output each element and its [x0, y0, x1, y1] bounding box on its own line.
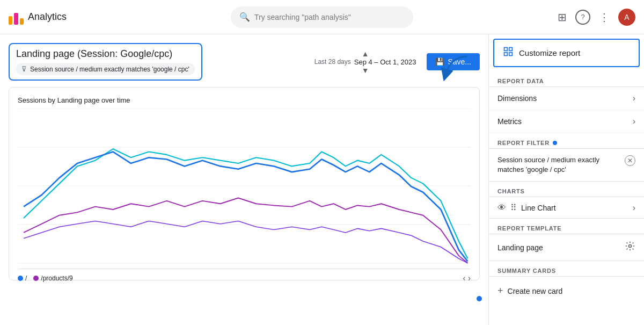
charts-label: CHARTS: [489, 182, 644, 197]
svg-rect-16: [504, 48, 508, 51]
legend-prev-icon[interactable]: ‹: [463, 273, 465, 283]
logo-bar-3: [20, 18, 24, 25]
top-nav: Analytics 🔍 ⊞ ? ⋮ A: [0, 0, 644, 34]
main-layout: Landing page (Session: Google/cpc) ⊽ Ses…: [0, 34, 644, 325]
filter-value-row: Session source / medium exactly matches …: [489, 149, 644, 182]
legend-label-1: /: [25, 275, 27, 282]
chart-title: Sessions by Landing page over time: [18, 96, 471, 104]
filter-chip[interactable]: ⊽ Session source / medium exactly matche…: [16, 63, 195, 75]
logo-bar-1: [9, 16, 12, 25]
charts-section: CHARTS 👁 ⠿ Line Chart ›: [489, 182, 644, 219]
dimensions-text: Dimensions: [497, 94, 633, 103]
metrics-row[interactable]: Metrics ›: [489, 110, 644, 133]
customize-report-header[interactable]: Customize report: [493, 39, 640, 67]
analytics-logo-icon: [9, 10, 24, 25]
report-filter-label: REPORT FILTER: [497, 140, 550, 146]
create-card-row[interactable]: + Create new card: [489, 277, 644, 305]
filter-chip-text: Session source / medium exactly matches …: [30, 66, 189, 73]
blue-dot-indicator: [477, 296, 482, 301]
save-icon: 💾: [435, 57, 444, 66]
template-name: Landing page: [497, 243, 543, 252]
right-panel: Customize report REPORT DATA Dimensions …: [488, 34, 644, 325]
app-title: Analytics: [28, 11, 67, 23]
drag-icon[interactable]: ⠿: [510, 203, 517, 213]
report-template-label: REPORT TEMPLATE: [489, 219, 644, 234]
metrics-text: Metrics: [497, 117, 633, 126]
dimensions-row[interactable]: Dimensions ›: [489, 87, 644, 110]
legend-dot-1: [18, 276, 23, 281]
search-icon: 🔍: [239, 12, 250, 22]
template-icon: [625, 241, 635, 254]
filter-remove-button[interactable]: ✕: [625, 155, 635, 166]
more-icon[interactable]: ⋮: [599, 11, 610, 24]
report-title-box: Landing page (Session: Google/cpc) ⊽ Ses…: [9, 43, 202, 81]
svg-rect-19: [509, 53, 513, 56]
summary-cards-label: SUMMARY CARDS: [489, 261, 644, 276]
legend-dot-2: [33, 276, 39, 281]
legend-label-2: /products/9: [41, 275, 72, 282]
create-card-text: Create new card: [508, 287, 563, 295]
svg-rect-17: [509, 48, 513, 51]
legend-next-icon[interactable]: ›: [468, 273, 471, 283]
date-up-chevron[interactable]: ▲: [362, 49, 369, 58]
filter-dot-indicator: [553, 141, 557, 145]
metrics-chevron: ›: [633, 117, 635, 126]
logo-bar-2: [14, 13, 18, 25]
grid-icon[interactable]: ⊞: [558, 11, 567, 24]
chart-container: Sessions by Landing page over time 60 40…: [9, 87, 480, 280]
date-range: Sep 4 – Oct 1, 2023: [354, 58, 416, 66]
chart-type-chevron: ›: [633, 203, 635, 213]
report-filter-section: REPORT FILTER Session source / medium ex…: [489, 133, 644, 182]
report-data-label: REPORT DATA: [489, 71, 644, 86]
dimensions-chevron: ›: [633, 93, 635, 103]
chart-type-text: Line Chart: [521, 204, 633, 212]
date-label: Last 28 days: [314, 58, 351, 66]
eye-icon[interactable]: 👁: [497, 203, 506, 213]
chart-area: 60 40 20 0 10 Sep 17 24 01 Oct: [18, 109, 471, 264]
date-down-chevron[interactable]: ▼: [362, 66, 369, 75]
avatar[interactable]: A: [618, 9, 635, 26]
filter-icon: ⊽: [21, 65, 27, 73]
plus-icon: +: [497, 285, 503, 297]
svg-rect-18: [504, 53, 508, 56]
legend-item-2: /products/9: [33, 275, 72, 282]
logo-area: Analytics: [9, 10, 67, 25]
report-data-section: REPORT DATA Dimensions › Metrics ›: [489, 71, 644, 133]
left-content: Landing page (Session: Google/cpc) ⊽ Ses…: [0, 34, 488, 325]
chart-type-row[interactable]: 👁 ⠿ Line Chart ›: [489, 197, 644, 218]
chart-legend: / /products/9 ‹ ›: [18, 269, 471, 283]
filter-value-text: Session source / medium exactly matches …: [497, 155, 620, 175]
svg-point-20: [629, 245, 632, 248]
nav-right: ⊞ ? ⋮ A: [558, 9, 635, 26]
summary-cards-section: SUMMARY CARDS + Create new card: [489, 261, 644, 305]
template-row[interactable]: Landing page: [489, 234, 644, 261]
help-icon[interactable]: ?: [575, 10, 590, 25]
report-header: Landing page (Session: Google/cpc) ⊽ Ses…: [9, 43, 480, 81]
chart-svg: 60 40 20 0 10 Sep 17 24 01 Oct: [18, 109, 471, 264]
customize-icon: [503, 46, 514, 60]
legend-nav[interactable]: ‹ ›: [463, 273, 471, 283]
report-title: Landing page (Session: Google/cpc): [16, 48, 195, 60]
save-label: Save...: [448, 57, 471, 66]
search-bar[interactable]: 🔍: [231, 6, 413, 28]
report-template-section: REPORT TEMPLATE Landing page: [489, 219, 644, 261]
save-button[interactable]: 💾 Save...: [427, 53, 480, 70]
legend-item-1: /: [18, 275, 27, 282]
search-input[interactable]: [254, 13, 405, 21]
customize-text: Customize report: [519, 48, 580, 57]
